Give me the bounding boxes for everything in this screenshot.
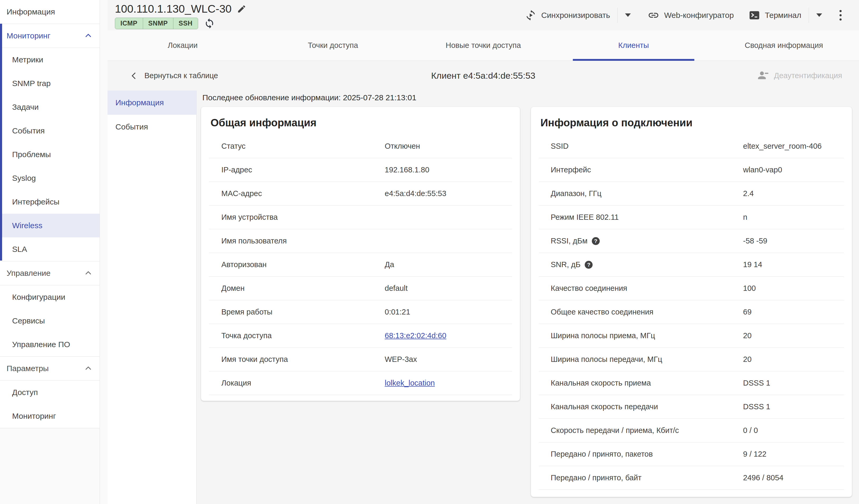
row-value: DSSS 1: [743, 379, 770, 388]
card-rows: SSIDeltex_server_room-406Интерфейсwlan0-…: [539, 135, 844, 490]
tab-summary[interactable]: Сводная информация: [709, 30, 859, 61]
chevron-up-icon: [84, 269, 93, 278]
info-row: Локацияlolkek_location: [209, 371, 512, 395]
tab-bar: ЛокацииТочки доступаНовые точки доступаК…: [107, 30, 859, 61]
sidebar-item-tasks[interactable]: Задачи: [0, 95, 100, 119]
info-row: Ширина полосы приема, МГц20: [539, 324, 844, 348]
app-root: ИнформацияМониторингМетрикиSNMP trapЗада…: [0, 0, 859, 504]
info-row: Имя точки доступаWEP-3ax: [209, 348, 512, 371]
info-row: Диапазон, ГГц2.4: [539, 182, 844, 206]
tab-label: Локации: [168, 41, 198, 50]
help-icon[interactable]: ?: [585, 261, 592, 269]
sidebar-item-problems[interactable]: Проблемы: [0, 143, 100, 166]
sidebar-item-events[interactable]: События: [0, 119, 100, 143]
row-value: 20: [743, 331, 752, 340]
refresh-icon: [204, 18, 215, 29]
sidebar-item-label: Доступ: [12, 388, 93, 397]
refresh-availability-button[interactable]: [204, 18, 215, 29]
sidebar-item-label: Параметры: [6, 364, 84, 373]
terminal-dropdown-button[interactable]: [816, 13, 822, 17]
person-remove-icon: [757, 70, 769, 82]
more-options-button[interactable]: [837, 9, 844, 22]
edit-device-name-button[interactable]: [237, 4, 246, 14]
sidebar-section-management[interactable]: Управление: [0, 261, 100, 285]
info-row: СтатусОтключен: [209, 135, 512, 158]
sidebar-item-access[interactable]: Доступ: [0, 381, 100, 404]
subnav-item-label: Информация: [116, 98, 164, 107]
tab-locations[interactable]: Локации: [107, 30, 258, 61]
tab-label: Сводная информация: [745, 41, 823, 50]
sidebar-item-configurations[interactable]: Конфигурации: [0, 285, 100, 309]
info-row: Интерфейсwlan0-vap0: [539, 158, 844, 182]
sync-dropdown-button[interactable]: [625, 13, 631, 17]
info-row: Качество соединения100: [539, 277, 844, 300]
divider: [809, 7, 809, 23]
sidebar-section-monitoring[interactable]: Мониторинг: [0, 24, 100, 48]
subnav-item-information[interactable]: Информация: [107, 91, 196, 115]
row-value: Отключен: [385, 142, 420, 151]
row-value: -58 -59: [743, 237, 767, 245]
chevron-up-icon: [84, 364, 93, 373]
web-configurator-button[interactable]: Web-конфигуратор: [648, 10, 734, 21]
card-title: Общая информация: [211, 117, 510, 135]
row-value: Да: [385, 260, 394, 269]
sidebar-item-snmp-trap[interactable]: SNMP trap: [0, 72, 100, 95]
sidebar-item-interfaces[interactable]: Интерфейсы: [0, 190, 100, 214]
subnav-item-label: События: [116, 122, 148, 131]
info-row: SNR, дБ?19 14: [539, 253, 844, 277]
info-row: Режим IEEE 802.11n: [539, 206, 844, 229]
sidebar-item-information[interactable]: Информация: [0, 0, 100, 24]
main-area: 100.110.1.130_WLC-30 ICMP SNMP SSH: [107, 0, 859, 504]
deauthenticate-button[interactable]: Деаутентификация: [756, 70, 844, 82]
terminal-label: Терминал: [765, 11, 801, 20]
general-info-card: Общая информация СтатусОтключенIP-адрес1…: [201, 107, 520, 401]
info-row: Точка доступа68:13:e2:02:4d:60: [209, 324, 512, 348]
sidebar-item-sla[interactable]: SLA: [0, 237, 100, 261]
row-label: Канальная скорость передачи: [551, 403, 658, 411]
row-value: 20: [743, 355, 752, 364]
row-label: Статус: [221, 142, 245, 151]
back-to-table-button[interactable]: Вернуться к таблице: [128, 71, 220, 80]
terminal-button[interactable]: Терминал: [749, 10, 801, 21]
row-label: Интерфейс: [551, 166, 591, 174]
sidebar-nav: ИнформацияМониторингМетрикиSNMP trapЗада…: [0, 0, 100, 428]
tab-new-access-points[interactable]: Новые точки доступа: [408, 30, 558, 61]
row-value-link[interactable]: 68:13:e2:02:4d:60: [385, 331, 446, 340]
info-row: Передано / принято, байт2496 / 8054: [539, 466, 844, 490]
sidebar-item-services[interactable]: Сервисы: [0, 309, 100, 333]
row-label: SNR, дБ?: [551, 260, 592, 269]
row-label: Диапазон, ГГц: [551, 189, 602, 198]
row-label: SSID: [551, 142, 569, 151]
sidebar-item-syslog[interactable]: Syslog: [0, 166, 100, 190]
row-label: Локация: [221, 379, 251, 388]
row-label: Скорость передачи / приема, Кбит/с: [551, 426, 679, 435]
sidebar-item-label: Задачи: [12, 103, 93, 112]
sidebar-item-metrics[interactable]: Метрики: [0, 48, 100, 72]
sidebar-item-wireless[interactable]: Wireless: [0, 214, 100, 237]
sidebar-item-software-management[interactable]: Управление ПО: [0, 333, 100, 356]
sidebar-item-monitoring-params[interactable]: Мониторинг: [0, 404, 100, 428]
header-actions: Синхронизировать Web-конфигуратор: [525, 0, 859, 30]
tab-clients[interactable]: Клиенты: [558, 30, 709, 61]
info-row: SSIDeltex_server_room-406: [539, 135, 844, 158]
row-label: Имя пользователя: [221, 237, 287, 245]
back-label: Вернуться к таблице: [145, 71, 218, 80]
sync-button[interactable]: Синхронизировать: [525, 10, 610, 21]
info-row: Время работы0:01:21: [209, 300, 512, 324]
info-row: Ширина полосы передачи, МГц20: [539, 348, 844, 371]
sidebar-item-label: Syslog: [12, 174, 93, 183]
row-value-link[interactable]: lolkek_location: [385, 379, 435, 388]
sidebar-item-label: Управление ПО: [12, 340, 93, 349]
info-row: Имя пользователя: [209, 229, 512, 253]
divider: [617, 7, 618, 23]
tab-access-points[interactable]: Точки доступа: [258, 30, 408, 61]
sidebar-section-parameters[interactable]: Параметры: [0, 357, 100, 380]
sync-label: Синхронизировать: [541, 11, 610, 20]
sidebar-item-label: Мониторинг: [6, 31, 84, 40]
subnav-item-events[interactable]: События: [107, 115, 196, 139]
info-row: АвторизованДа: [209, 253, 512, 277]
help-icon[interactable]: ?: [592, 237, 600, 245]
row-label: Канальная скорость приема: [551, 379, 651, 388]
row-value: WEP-3ax: [385, 355, 417, 364]
row-label: Общее качество соединения: [551, 308, 653, 316]
